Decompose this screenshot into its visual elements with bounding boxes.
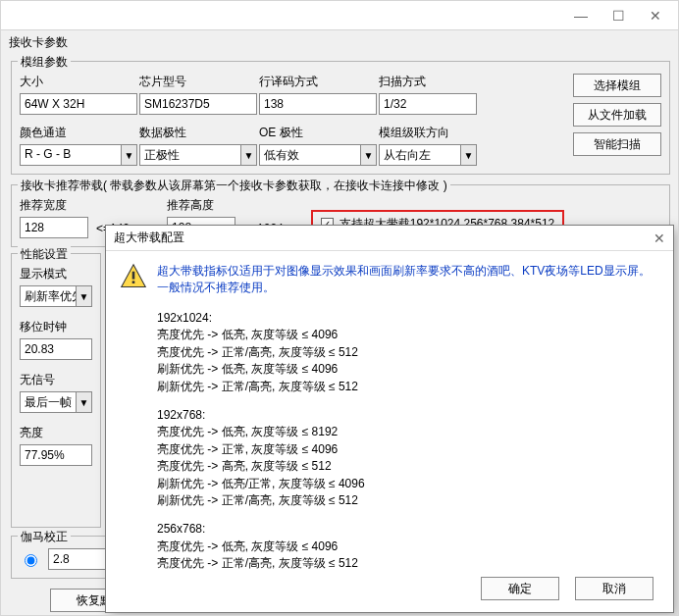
module-params-legend: 模组参数 [18, 54, 71, 71]
cascade-select[interactable]: 从右向左 ▼ [379, 144, 477, 166]
spec-line: 亮度优先 -> 高亮, 灰度等级 ≤ 512 [157, 458, 657, 475]
spec-list: 192x1024:亮度优先 -> 低亮, 灰度等级 ≤ 4096亮度优先 -> … [157, 310, 657, 569]
dialog-title: 超大带载配置 [114, 230, 184, 246]
maximize-button[interactable]: ☐ [600, 5, 637, 26]
size-label: 大小 [20, 74, 137, 90]
window-title: 接收卡参数 [1, 30, 678, 51]
titlebar: — ☐ ✕ [1, 1, 678, 30]
close-button[interactable]: ✕ [637, 5, 674, 26]
nosignal-label: 无信号 [20, 372, 92, 388]
spec-line: 亮度优先 -> 低亮, 灰度等级 ≤ 4096 [157, 539, 657, 555]
spec-line: 刷新优先 -> 低亮, 灰度等级 ≤ 4096 [157, 361, 657, 378]
spec-block: 192x768:亮度优先 -> 低亮, 灰度等级 ≤ 8192亮度优先 -> 正… [157, 407, 657, 509]
module-params-group: 模组参数 大小 芯片型号 行译码方式 [11, 61, 670, 175]
huge-load-config-dialog: 超大带载配置 ✕ 超大带载指标仅适用于对图像显示效果和画面刷新率要求不高的酒吧、… [105, 225, 674, 613]
spec-line: 刷新优先 -> 低亮/正常, 灰度等级 ≤ 4096 [157, 476, 657, 492]
color-select[interactable]: R - G - B ▼ [20, 144, 137, 166]
svg-rect-2 [132, 281, 135, 283]
perf-legend: 性能设置 [18, 246, 71, 263]
chevron-down-icon: ▼ [76, 392, 91, 412]
recommend-legend: 接收卡推荐带载( 带载参数从该屏幕第一个接收卡参数获取，在接收卡连接中修改 ) [18, 178, 450, 194]
perf-group: 性能设置 显示模式 刷新率优先 ▼ 移位时钟 无信号 最后一帧 ▼ [11, 253, 101, 528]
main-window: — ☐ ✕ 接收卡参数 模组参数 大小 芯片型号 行译码方式 [0, 0, 679, 616]
cancel-button[interactable]: 取消 [575, 577, 653, 600]
warning-text: 超大带载指标仅适用于对图像显示效果和画面刷新率要求不高的酒吧、KTV夜场等LED… [157, 263, 651, 296]
nosignal-select[interactable]: 最后一帧 ▼ [20, 391, 92, 413]
ok-button[interactable]: 确定 [481, 577, 559, 600]
close-icon[interactable]: ✕ [653, 231, 665, 246]
chip-label: 芯片型号 [139, 74, 257, 90]
minimize-button[interactable]: — [562, 5, 600, 26]
color-label: 颜色通道 [20, 125, 137, 141]
display-mode-label: 显示模式 [20, 266, 92, 282]
spec-line: 刷新优先 -> 正常/高亮, 灰度等级 ≤ 512 [157, 379, 657, 395]
brightness-input[interactable] [20, 444, 92, 466]
brightness-label: 亮度 [20, 425, 92, 441]
svg-rect-1 [132, 272, 135, 280]
spec-line: 亮度优先 -> 正常/高亮, 灰度等级 ≤ 512 [157, 344, 657, 361]
select-module-button[interactable]: 选择模组 [573, 74, 661, 97]
dialog-titlebar: 超大带载配置 ✕ [106, 226, 673, 251]
rec-width-input[interactable] [20, 217, 88, 238]
chevron-down-icon: ▼ [240, 145, 256, 165]
dialog-buttons: 确定 取消 [106, 569, 673, 612]
gamma-legend: 伽马校正 [18, 529, 71, 545]
rec-width-label: 推荐宽度 [20, 197, 88, 214]
scan-input[interactable] [379, 93, 477, 115]
decode-input[interactable] [259, 93, 377, 115]
size-input[interactable] [20, 93, 137, 115]
gamma-value-input[interactable] [48, 548, 107, 570]
load-from-file-button[interactable]: 从文件加载 [573, 103, 661, 127]
spec-header: 192x1024: [157, 310, 657, 327]
smart-scan-button[interactable]: 智能扫描 [573, 132, 661, 156]
dialog-body: 超大带载指标仅适用于对图像显示效果和画面刷新率要求不高的酒吧、KTV夜场等LED… [106, 251, 673, 569]
spec-block: 192x1024:亮度优先 -> 低亮, 灰度等级 ≤ 4096亮度优先 -> … [157, 310, 657, 395]
chip-input[interactable] [139, 93, 257, 115]
spec-line: 亮度优先 -> 正常, 灰度等级 ≤ 4096 [157, 441, 657, 458]
display-mode-select[interactable]: 刷新率优先 ▼ [20, 285, 92, 307]
spec-block: 256x768:亮度优先 -> 低亮, 灰度等级 ≤ 4096亮度优先 -> 正… [157, 521, 657, 569]
spec-line: 刷新优先 -> 正常/高亮, 灰度等级 ≤ 512 [157, 492, 657, 509]
chevron-down-icon: ▼ [121, 145, 136, 165]
spec-line: 亮度优先 -> 正常/高亮, 灰度等级 ≤ 512 [157, 555, 657, 569]
chevron-down-icon: ▼ [360, 145, 376, 165]
oe-select[interactable]: 低有效 ▼ [259, 144, 377, 166]
chevron-down-icon: ▼ [76, 286, 91, 306]
cascade-label: 模组级联方向 [379, 125, 477, 141]
gamma-radio[interactable] [25, 554, 37, 567]
rec-height-label: 推荐高度 [167, 197, 235, 214]
scan-label: 扫描方式 [379, 74, 477, 90]
warning-icon [120, 263, 147, 290]
shift-clock-label: 移位时钟 [20, 319, 92, 335]
spec-line: 亮度优先 -> 低亮, 灰度等级 ≤ 4096 [157, 327, 657, 343]
spec-line: 亮度优先 -> 低亮, 灰度等级 ≤ 8192 [157, 424, 657, 440]
chevron-down-icon: ▼ [460, 145, 476, 165]
spec-header: 192x768: [157, 407, 657, 424]
spec-header: 256x768: [157, 521, 657, 538]
oe-label: OE 极性 [259, 125, 377, 141]
shift-clock-input[interactable] [20, 338, 92, 360]
data-polarity-label: 数据极性 [139, 125, 257, 141]
data-polarity-select[interactable]: 正极性 ▼ [139, 144, 257, 166]
decode-label: 行译码方式 [259, 74, 377, 90]
